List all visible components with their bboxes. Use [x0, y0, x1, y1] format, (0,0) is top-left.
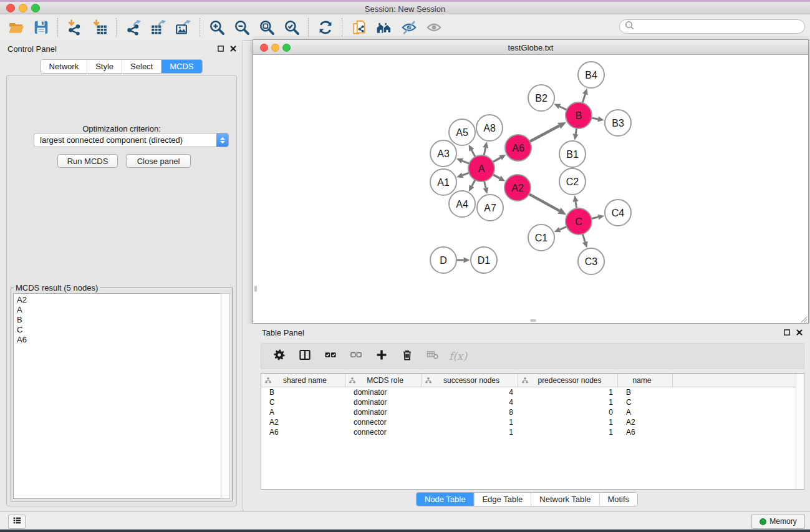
control-panel-header: Control Panel [0, 40, 243, 57]
mcds-result-item[interactable]: A [14, 305, 221, 315]
edge-A-A7[interactable] [485, 181, 486, 188]
split-columns-button[interactable] [293, 346, 316, 367]
table-scrollbar[interactable] [796, 374, 804, 489]
edge-B-B2[interactable] [559, 107, 567, 110]
task-history-button[interactable] [8, 515, 26, 529]
edge-A-A5[interactable] [471, 150, 475, 157]
zoom-in-button[interactable] [205, 16, 229, 39]
table-close-panel-icon[interactable] [794, 327, 804, 337]
close-panel-icon[interactable] [228, 44, 238, 53]
cell-name: A2 [618, 418, 673, 427]
edge-B-B4[interactable] [582, 94, 585, 103]
tab-node-table[interactable]: Node Table [417, 493, 474, 506]
close-panel-button[interactable]: Close panel [126, 154, 191, 168]
network-view-window: testGlobe.txt B4B2BB3A5A8A6B1A3AA1C2A2A4… [253, 39, 809, 324]
new-network-from-selection-button[interactable] [347, 16, 372, 39]
table-row[interactable]: Adominator80A [261, 407, 804, 417]
mcds-result-item[interactable]: A2 [14, 295, 221, 305]
tab-select[interactable]: Select [122, 60, 161, 73]
show-all-button[interactable] [422, 16, 446, 39]
table-float-panel-icon[interactable] [782, 327, 791, 337]
column-header-successor-nodes[interactable]: successor nodes [422, 374, 518, 387]
tab-edge-table[interactable]: Edge Table [473, 493, 531, 506]
column-header-predecessor-nodes[interactable]: predecessor nodes [518, 374, 618, 387]
search-input[interactable] [635, 22, 804, 32]
edge-A-A8[interactable] [484, 148, 486, 156]
column-header-name[interactable]: name [618, 374, 673, 387]
network-graph[interactable]: B4B2BB3A5A8A6B1A3AA1C2A2A4A7CC4C1C3DD1 [254, 55, 808, 322]
graph-node-label: A3 [437, 148, 450, 159]
first-neighbors-button[interactable] [372, 16, 397, 39]
refresh-layout-button[interactable] [313, 16, 338, 39]
edge-A-A4[interactable] [472, 180, 475, 186]
app-title: Session: New Session [0, 4, 810, 14]
delete-column-button[interactable] [395, 346, 418, 367]
tab-motifs[interactable]: Motifs [599, 493, 637, 506]
run-mcds-button[interactable]: Run MCDS [57, 154, 118, 168]
table-row[interactable]: Bdominator41B [261, 387, 804, 397]
network-horizontal-scroll-thumb[interactable] [530, 319, 536, 322]
graph-node-label: C4 [612, 208, 625, 218]
edge-A-A1[interactable] [463, 173, 470, 175]
select-all-checkboxes-button[interactable] [319, 346, 342, 367]
table-row[interactable]: A2connector11A2 [261, 417, 804, 427]
edge-B-B1[interactable] [576, 128, 576, 134]
tab-network-table[interactable]: Network Table [531, 493, 599, 506]
zoom-out-button[interactable] [229, 16, 254, 39]
tab-mcds[interactable]: MCDS [161, 60, 201, 73]
criterion-select[interactable]: largest connected component (directed) [34, 133, 229, 147]
edge-C-C1[interactable] [560, 226, 567, 230]
table-row[interactable]: Cdominator41C [261, 397, 804, 407]
table-tabs: Node TableEdge TableNetwork TableMotifs [416, 492, 638, 506]
zoom-selected-button[interactable] [279, 16, 304, 39]
mcds-result-item[interactable]: C [14, 325, 221, 335]
network-vertical-scroll-thumb[interactable] [254, 286, 257, 292]
cell-shared-name: A6 [261, 428, 345, 437]
settings-gear-button[interactable] [268, 346, 291, 367]
table-row[interactable]: A6connector11A6 [261, 427, 804, 437]
add-column-button[interactable] [370, 346, 393, 367]
import-network-button[interactable] [62, 16, 87, 39]
edge-A2-C[interactable] [529, 194, 559, 211]
edge-B-B3[interactable] [592, 118, 598, 119]
hide-selected-icon [401, 19, 417, 36]
hide-selected-button[interactable] [397, 16, 422, 39]
cell-name: A [618, 408, 673, 417]
edge-C-C4[interactable] [591, 217, 598, 218]
export-network-button[interactable] [121, 16, 146, 39]
edge-A-A2[interactable] [493, 175, 500, 178]
open-file-button[interactable] [4, 16, 29, 39]
edge-A-A6[interactable] [493, 158, 500, 162]
zoom-fit-button[interactable] [254, 16, 279, 39]
column-sort-icon [349, 375, 355, 386]
edge-A6-B[interactable] [530, 126, 559, 142]
graph-node-label: A2 [511, 183, 524, 193]
network-canvas[interactable]: B4B2BB3A5A8A6B1A3AA1C2A2A4A7CC4C1C3DD1 [254, 55, 808, 322]
mcds-list-scrollbar[interactable] [221, 293, 230, 499]
tab-network[interactable]: Network [41, 60, 87, 73]
network-window-titlebar[interactable]: testGlobe.txt [253, 40, 808, 55]
import-table-button[interactable] [87, 16, 112, 39]
mcds-result-list[interactable]: A2ABCA6 [13, 293, 222, 499]
mcds-result-item[interactable]: A6 [14, 335, 221, 345]
tab-style[interactable]: Style [87, 60, 122, 73]
edge-arrowhead [573, 133, 579, 140]
edge-A-A3[interactable] [462, 161, 469, 163]
export-table-button[interactable] [146, 16, 171, 39]
export-image-button[interactable] [171, 16, 196, 39]
desktop-wallpaper-bottom [0, 530, 810, 532]
app-titlebar[interactable]: Session: New Session [0, 2, 810, 14]
column-header-shared-name[interactable]: shared name [261, 374, 345, 387]
mcds-result-item[interactable]: B [14, 315, 221, 325]
search-field[interactable] [619, 19, 805, 34]
memory-button[interactable]: Memory [751, 514, 805, 529]
window-resize-grip[interactable] [799, 314, 808, 322]
column-header-MCDS-role[interactable]: MCDS role [345, 374, 422, 387]
edge-C-C2[interactable] [576, 201, 577, 208]
graph-node-label: A8 [483, 123, 496, 133]
edge-C-C3[interactable] [582, 234, 585, 242]
float-panel-icon[interactable] [216, 44, 225, 53]
cell-shared-name: B [261, 388, 345, 397]
deselect-all-checkboxes-button[interactable] [344, 346, 367, 367]
save-session-button[interactable] [29, 16, 54, 39]
